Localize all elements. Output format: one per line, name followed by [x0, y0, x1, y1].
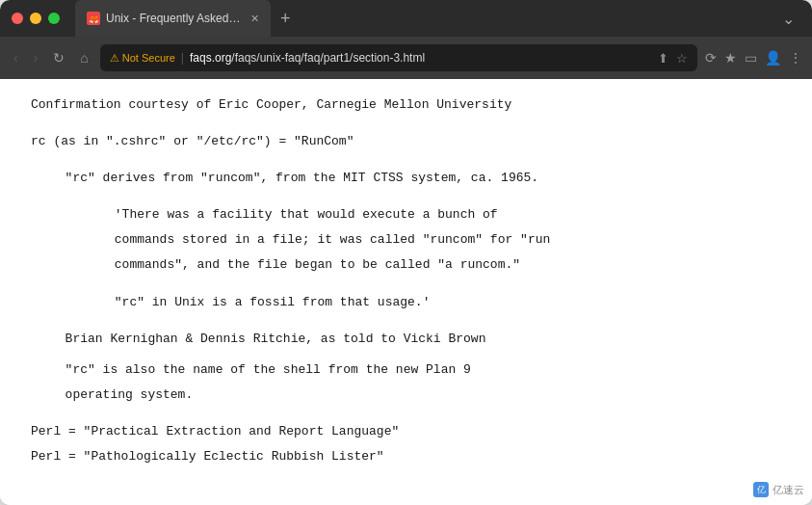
line-11: Perl = "Practical Extraction and Report …: [31, 421, 781, 442]
screen-icon[interactable]: ▭: [745, 50, 757, 66]
page-content: Confirmation courtesy of Eric Cooper, Ca…: [0, 79, 812, 505]
line-10: operating system.: [31, 385, 781, 406]
svg-text:🦊: 🦊: [89, 13, 98, 23]
new-tab-button[interactable]: +: [271, 0, 301, 37]
line-1: Confirmation courtesy of Eric Cooper, Ca…: [31, 94, 781, 116]
spacer-4: [31, 280, 781, 292]
tab-favicon: 🦊: [87, 12, 100, 25]
line-6: commands", and the file began to be call…: [31, 254, 781, 276]
watermark: 亿 亿速云: [753, 482, 804, 497]
line-9: "rc" is also the name of the shell from …: [31, 359, 781, 381]
url-bar[interactable]: ⚠ Not Secure | faqs.org/faqs/unix-faq/fa…: [100, 44, 697, 71]
profile-icon[interactable]: 👤: [765, 50, 781, 66]
watermark-text: 亿速云: [773, 483, 804, 497]
tab-close-button[interactable]: ✕: [250, 13, 259, 25]
not-secure-label: Not Secure: [122, 52, 175, 64]
not-secure-indicator: ⚠ Not Secure: [110, 52, 175, 65]
bookmark-star-icon[interactable]: ★: [724, 50, 737, 66]
close-button[interactable]: [12, 13, 23, 24]
spacer-7: [31, 410, 781, 421]
browser-window: 🦊 Unix - Frequently Asked Quest... ✕ + ⌄…: [0, 0, 812, 505]
line-8: Brian Kernighan & Dennis Ritchie, as tol…: [31, 329, 781, 350]
line-2: rc (as in ".cshrc" or "/etc/rc") = "RunC…: [31, 131, 781, 152]
right-icons: ⟳ ★ ▭ 👤 ⋮: [705, 50, 802, 66]
forward-button[interactable]: ›: [30, 50, 42, 66]
spacer-5: [31, 317, 781, 329]
url-domain: faqs.org: [190, 51, 231, 65]
addressbar: ‹ › ↻ ⌂ ⚠ Not Secure | faqs.org/faqs/uni…: [0, 37, 812, 79]
home-button[interactable]: ⌂: [76, 50, 92, 66]
spacer-2: [31, 156, 781, 168]
url-separator: |: [181, 51, 184, 65]
window-controls: ⌄: [776, 10, 800, 28]
maximize-button[interactable]: [48, 13, 60, 24]
traffic-lights: [12, 13, 60, 24]
titlebar: 🦊 Unix - Frequently Asked Quest... ✕ + ⌄: [0, 0, 812, 37]
url-text: faqs.org/faqs/unix-faq/faq/part1/section…: [190, 51, 652, 65]
line-4: 'There was a facility that would execute…: [31, 204, 781, 226]
reload-button[interactable]: ↻: [49, 50, 68, 66]
spacer-1: [31, 120, 781, 131]
spacer-3: [31, 193, 781, 204]
warning-icon: ⚠: [110, 52, 119, 65]
share-icon[interactable]: ⬆: [658, 51, 668, 66]
line-3: "rc" derives from "runcom", from the MIT…: [31, 168, 781, 189]
bookmark-icon[interactable]: ☆: [676, 51, 688, 66]
url-icons: ⬆ ☆: [658, 51, 688, 66]
line-7: "rc" in Unix is a fossil from that usage…: [31, 292, 781, 313]
extensions-icon[interactable]: ⟳: [705, 50, 717, 66]
line-12: Perl = "Pathologically Eclectic Rubbish …: [31, 446, 781, 467]
minimize-button[interactable]: [30, 13, 41, 24]
tab-bar: 🦊 Unix - Frequently Asked Quest... ✕ +: [75, 0, 769, 37]
page-text: Confirmation courtesy of Eric Cooper, Ca…: [31, 94, 781, 467]
url-path: /faqs/unix-faq/faq/part1/section-3.html: [231, 51, 425, 65]
active-tab[interactable]: 🦊 Unix - Frequently Asked Quest... ✕: [75, 0, 271, 37]
window-chevron: ⌄: [776, 10, 800, 28]
tab-title: Unix - Frequently Asked Quest...: [106, 12, 241, 25]
line-5: commands stored in a file; it was called…: [31, 229, 781, 251]
back-button[interactable]: ‹: [10, 50, 22, 66]
watermark-logo: 亿: [753, 482, 769, 497]
menu-icon[interactable]: ⋮: [789, 50, 802, 66]
